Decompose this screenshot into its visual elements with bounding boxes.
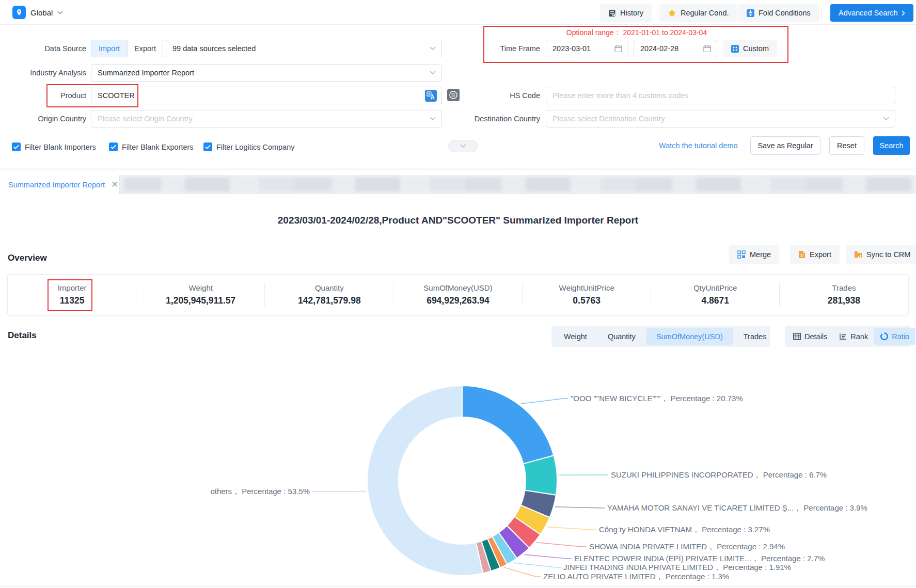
date-end-value: 2024-02-28 xyxy=(640,44,678,53)
close-icon[interactable]: ✕ xyxy=(111,180,118,189)
topbar-divider xyxy=(821,7,822,19)
industry-analysis-value: Summarized Importer Report xyxy=(98,69,194,77)
label-leader-line xyxy=(536,543,587,547)
tutorial-link[interactable]: Watch the tutorial demo xyxy=(659,136,738,155)
label-leader-line xyxy=(513,563,561,567)
collapse-form-button[interactable] xyxy=(448,140,478,152)
metric-tab-group: Weight Quantity SumOfMoney(USD) Trades xyxy=(551,326,770,347)
product-input[interactable] xyxy=(91,87,442,104)
donut-label: YAMAHA MOTOR SANAYI VE TİCARET LİMİTED Ş… xyxy=(607,503,867,512)
chevron-down-icon xyxy=(57,11,63,14)
stat-label: Trades xyxy=(832,283,856,292)
hs-code-input[interactable] xyxy=(546,87,895,104)
time-frame-label: Time Frame xyxy=(454,40,540,57)
regular-cond-label: Regular Cond. xyxy=(681,9,729,17)
tab-details-label: Details xyxy=(804,332,827,341)
industry-analysis-select[interactable]: Summarized Importer Report xyxy=(91,64,442,82)
export-doc-icon xyxy=(798,250,806,259)
tab-weight[interactable]: Weight xyxy=(554,328,597,345)
origin-country-placeholder: Please select Origin Country xyxy=(98,115,193,123)
donut-segment-ooo-new-bicycle[interactable] xyxy=(462,386,554,464)
label-leader-line xyxy=(504,567,541,577)
stat-value: 694,929,263.94 xyxy=(427,295,489,306)
donut-label: SUZUKI PHILIPPINES INCORPORATED， Percent… xyxy=(611,470,827,479)
stat-importer: Importer 11325 xyxy=(8,275,136,315)
product-input-field[interactable] xyxy=(98,91,420,100)
date-start-value: 2023-03-01 xyxy=(552,44,591,53)
stat-label: QtyUnitPrice xyxy=(693,283,737,292)
hs-code-label: HS Code xyxy=(454,87,540,104)
label-leader-line xyxy=(555,507,605,508)
region-selector[interactable]: Global xyxy=(12,6,63,19)
label-leader-line xyxy=(547,527,596,530)
tab-label: Summarized Importer Report xyxy=(8,181,105,189)
checkbox-label: Filter Blank Importers xyxy=(25,143,96,151)
import-toggle[interactable]: Import xyxy=(91,40,127,57)
label-leader-line xyxy=(524,554,572,559)
view-tab-group: Details Rank Ratio xyxy=(785,326,911,347)
stat-value: 4.8671 xyxy=(702,295,730,306)
tab-summarized-importer-report[interactable]: Summarized Importer Report ✕ xyxy=(0,175,120,194)
date-start-input[interactable]: 2023-03-01 xyxy=(546,40,628,57)
tab-rank-view[interactable]: Rank xyxy=(833,328,874,345)
filter-logitics-company-checkbox[interactable]: Filter Logitics Company xyxy=(203,142,295,151)
translate-icon[interactable] xyxy=(425,90,437,102)
tab-ratio-label: Ratio xyxy=(892,332,909,341)
stat-label: SumOfMoney(USD) xyxy=(423,283,492,292)
fold-icon xyxy=(747,9,754,17)
star-icon xyxy=(668,9,676,17)
table-icon xyxy=(793,333,801,340)
custom-range-label: Custom xyxy=(743,44,769,53)
history-button[interactable]: History xyxy=(600,4,652,22)
merge-button[interactable]: Merge xyxy=(729,245,779,264)
checkbox-checked-icon[interactable] xyxy=(109,142,118,151)
topbar: Global History Regular Cond. Fold Condit… xyxy=(0,0,916,25)
filter-blank-exporters-checkbox[interactable]: Filter Blank Exporters xyxy=(109,142,194,151)
origin-country-label: Origin Country xyxy=(0,110,86,128)
donut-label: ELENTEC POWER INDIA (EPI) PRIVATE LIMITE… xyxy=(574,554,825,563)
filter-blank-importers-checkbox[interactable]: Filter Blank Importers xyxy=(12,142,96,151)
checkbox-checked-icon[interactable] xyxy=(12,142,21,151)
checkbox-checked-icon[interactable] xyxy=(203,142,212,151)
product-label: Product xyxy=(0,87,86,104)
donut-label: JINFEI TRADING INDIA PRIVATE LIMITED， Pe… xyxy=(563,563,791,571)
hs-code-input-field[interactable] xyxy=(552,91,889,100)
tab-rank-label: Rank xyxy=(850,332,868,341)
sync-to-crm-button[interactable]: Sync to CRM xyxy=(846,245,916,264)
details-heading: Details xyxy=(8,330,37,341)
chevron-right-icon xyxy=(902,10,905,16)
industry-analysis-label: Industry Analysis xyxy=(0,64,86,82)
chevron-down-icon xyxy=(430,71,436,75)
regular-cond-button[interactable]: Regular Cond. xyxy=(659,4,737,22)
tab-ratio-view[interactable]: Ratio xyxy=(874,328,915,345)
tab-quantity[interactable]: Quantity xyxy=(597,328,646,345)
search-button[interactable]: Search xyxy=(873,136,910,155)
export-button[interactable]: Export xyxy=(790,245,840,264)
fold-conditions-button[interactable]: Fold Conditions xyxy=(738,4,819,22)
tab-trades[interactable]: Trades xyxy=(733,328,777,345)
stat-weight: Weight 1,205,945,911.57 xyxy=(136,275,265,315)
stat-label: WeightUnitPrice xyxy=(559,283,614,292)
tab-details-view[interactable]: Details xyxy=(787,328,833,345)
label-leader-line xyxy=(312,491,366,492)
data-sources-select[interactable]: 99 data sources selected xyxy=(166,40,442,57)
merge-icon xyxy=(737,250,746,259)
origin-country-select[interactable]: Please select Origin Country xyxy=(91,110,442,128)
custom-range-button[interactable]: Custom xyxy=(723,40,777,57)
export-toggle[interactable]: Export xyxy=(127,40,163,57)
sync-folder-icon xyxy=(854,251,862,258)
reset-button[interactable]: Reset xyxy=(829,136,864,155)
save-as-regular-button[interactable]: Save as Regular xyxy=(750,136,820,155)
stat-value: 281,938 xyxy=(828,295,860,306)
chevron-down-icon xyxy=(430,46,436,51)
destination-country-select[interactable]: Please select Destination Country xyxy=(546,110,895,128)
overview-stats-card: Importer 11325 Weight 1,205,945,911.57 Q… xyxy=(7,274,909,315)
stat-value: 0.5763 xyxy=(573,295,601,306)
stat-value: 1,205,945,911.57 xyxy=(166,295,235,306)
report-title: 2023/03/01-2024/02/28,Product AND"SCOOTE… xyxy=(0,215,916,226)
stat-sum-of-money: SumOfMoney(USD) 694,929,263.94 xyxy=(393,275,522,315)
tab-sum-of-money[interactable]: SumOfMoney(USD) xyxy=(646,328,733,345)
advanced-search-button[interactable]: Advanced Search xyxy=(830,4,913,22)
page-bottom-divider xyxy=(0,586,916,587)
date-end-input[interactable]: 2024-02-28 xyxy=(634,40,717,57)
